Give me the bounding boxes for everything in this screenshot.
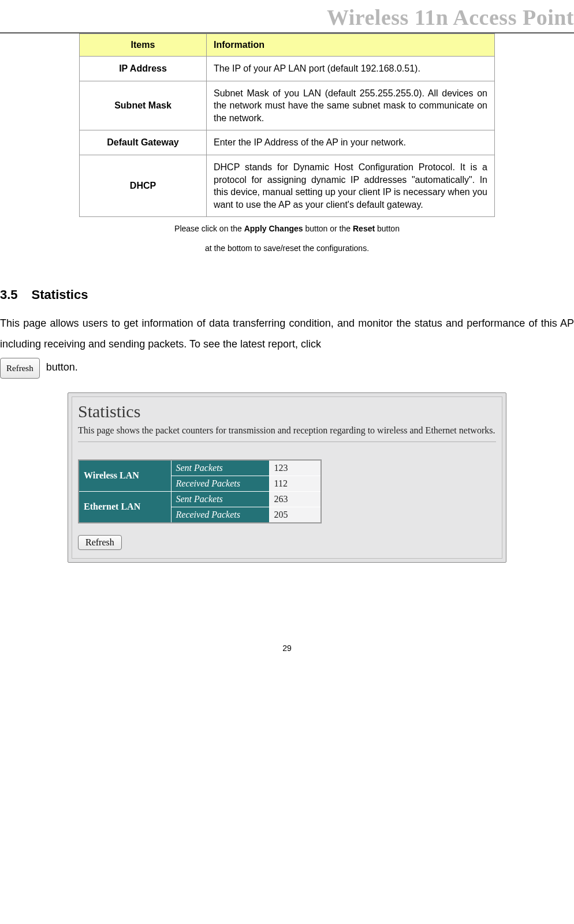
item-cell-ip: IP Address	[80, 57, 207, 81]
info-cell-dhcp: DHCP stands for Dynamic Host Configurati…	[207, 155, 495, 216]
wireless-received-label: Received Packets	[171, 476, 269, 491]
refresh-button-inline[interactable]: Refresh	[0, 358, 40, 379]
section-title: Statistics	[32, 287, 88, 302]
item-cell-subnet: Subnet Mask	[80, 81, 207, 130]
table-row: Ethernet LAN Sent Packets 263	[79, 491, 321, 507]
ethernet-sent-value: 263	[269, 491, 321, 507]
ethernet-received-label: Received Packets	[171, 507, 269, 523]
information-col-header: Information	[207, 34, 495, 57]
section-heading: 3.5Statistics	[0, 287, 574, 302]
wireless-sent-value: 123	[269, 460, 321, 476]
table-row: Subnet Mask Subnet Mask of you LAN (defa…	[80, 81, 495, 130]
section-number: 3.5	[0, 287, 18, 302]
reset-label: Reset	[353, 224, 375, 233]
wireless-sent-label: Sent Packets	[171, 460, 269, 476]
refresh-button[interactable]: Refresh	[78, 535, 122, 550]
caption-line2: at the bottom to save/reset the configur…	[79, 244, 495, 253]
wireless-received-value: 112	[269, 476, 321, 491]
stats-subtitle: This page shows the packet counters for …	[78, 424, 496, 437]
caption-suffix: button	[375, 224, 400, 233]
info-cell-ip: The IP of your AP LAN port (default 192.…	[207, 57, 495, 81]
table-row: Wireless LAN Sent Packets 123	[79, 460, 321, 476]
apply-changes-label: Apply Changes	[244, 224, 303, 233]
table-row: DHCP DHCP stands for Dynamic Host Config…	[80, 155, 495, 216]
statistics-screenshot: Statistics This page shows the packet co…	[68, 392, 506, 563]
table-row: IP Address The IP of your AP LAN port (d…	[80, 57, 495, 81]
group-wireless: Wireless LAN	[79, 460, 171, 492]
caption-mid: button or the	[303, 224, 353, 233]
apply-reset-caption: Please click on the Apply Changes button…	[79, 224, 495, 233]
stats-table: Wireless LAN Sent Packets 123 Received P…	[78, 459, 322, 523]
item-cell-dhcp: DHCP	[80, 155, 207, 216]
info-cell-gateway: Enter the IP Address of the AP in your n…	[207, 130, 495, 155]
page-number: 29	[0, 644, 574, 653]
ethernet-received-value: 205	[269, 507, 321, 523]
items-col-header: Items	[80, 34, 207, 57]
caption-prefix: Please click on the	[174, 224, 244, 233]
table-row: Default Gateway Enter the IP Address of …	[80, 130, 495, 155]
body-paragraph: This page allows users to get informatio…	[0, 313, 574, 354]
body-text-1: This page allows users to get informatio…	[0, 317, 574, 350]
items-table: Items Information IP Address The IP of y…	[79, 33, 495, 217]
info-cell-subnet: Subnet Mask of you LAN (default 255.255.…	[207, 81, 495, 130]
page-header-title: Wireless 11n Access Point	[327, 5, 574, 30]
group-ethernet: Ethernet LAN	[79, 491, 171, 523]
stats-title: Statistics	[78, 402, 496, 421]
ethernet-sent-label: Sent Packets	[171, 491, 269, 507]
body-text-2: button.	[43, 361, 78, 373]
item-cell-gateway: Default Gateway	[80, 130, 207, 155]
